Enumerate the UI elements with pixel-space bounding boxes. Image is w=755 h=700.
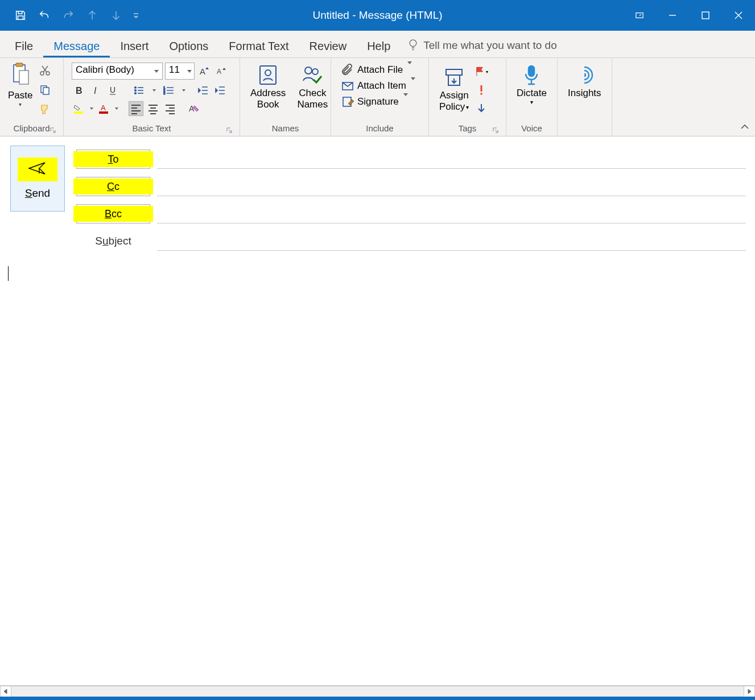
svg-point-33 xyxy=(481,93,483,95)
message-body[interactable] xyxy=(0,255,755,685)
tab-file[interactable]: File xyxy=(5,34,43,57)
tab-options[interactable]: Options xyxy=(159,34,218,57)
increase-indent-icon[interactable] xyxy=(213,83,228,98)
align-center-icon[interactable] xyxy=(146,101,160,116)
scroll-right-icon[interactable] xyxy=(744,686,755,697)
minimize-icon[interactable] xyxy=(656,0,689,31)
subject-input[interactable] xyxy=(157,231,746,251)
qat-customize-dropdown[interactable] xyxy=(132,11,140,19)
svg-rect-34 xyxy=(529,66,534,76)
address-book-icon xyxy=(257,63,279,88)
svg-point-16 xyxy=(135,90,137,92)
low-importance-icon[interactable] xyxy=(475,101,488,115)
bold-icon[interactable]: B xyxy=(72,83,86,98)
next-item-icon[interactable] xyxy=(108,7,124,23)
numbering-icon[interactable]: 123 xyxy=(159,83,179,98)
paste-button[interactable]: Paste ▾ xyxy=(5,60,36,107)
scroll-left-icon[interactable] xyxy=(0,686,11,697)
high-importance-icon[interactable] xyxy=(475,83,488,97)
tags-dialog-launcher[interactable] xyxy=(492,126,499,132)
bcc-button[interactable]: Bcc xyxy=(76,204,150,223)
tab-insert[interactable]: Insert xyxy=(110,34,159,57)
group-voice: Dictate ▾ Voice xyxy=(506,58,558,136)
shrink-font-icon[interactable]: A xyxy=(214,64,229,78)
redo-icon[interactable] xyxy=(60,7,76,23)
assign-policy-icon xyxy=(443,65,465,90)
align-left-icon[interactable] xyxy=(129,101,143,116)
tab-message[interactable]: Message xyxy=(43,34,110,57)
bullets-dropdown[interactable] xyxy=(151,89,157,92)
paperclip-icon xyxy=(341,64,354,76)
scroll-track[interactable] xyxy=(11,686,744,697)
dictate-button[interactable]: Dictate ▾ xyxy=(511,60,552,108)
decrease-indent-icon[interactable] xyxy=(196,83,211,98)
to-button[interactable]: To xyxy=(76,150,150,169)
highlight-color-dropdown[interactable] xyxy=(89,107,94,110)
address-book-label1: Address xyxy=(250,88,286,99)
grow-font-icon[interactable]: A xyxy=(197,64,212,78)
font-size-select[interactable]: 11 xyxy=(165,63,195,80)
svg-text:I: I xyxy=(94,86,97,96)
underline-icon[interactable]: U xyxy=(106,83,121,98)
group-include: Attach File Attach Item Signature Includ… xyxy=(331,58,429,136)
group-basic-text: Calibri (Body) 11 A A B I U 123 xyxy=(64,58,240,136)
svg-rect-5 xyxy=(19,71,28,84)
svg-text:A: A xyxy=(101,103,106,112)
font-color-dropdown[interactable] xyxy=(114,107,119,110)
assign-policy-button[interactable]: Assign Policy▾ xyxy=(437,63,471,115)
address-book-button[interactable]: Address Book xyxy=(245,60,291,113)
follow-up-flag-icon[interactable]: ▾ xyxy=(475,65,488,78)
title-bar: Untitled - Message (HTML) xyxy=(0,0,755,31)
window-title: Untitled - Message (HTML) xyxy=(312,9,442,22)
assign-policy-label1: Assign xyxy=(440,90,469,101)
maximize-icon[interactable] xyxy=(689,0,722,31)
bcc-input[interactable] xyxy=(157,204,746,223)
clipboard-dialog-launcher[interactable] xyxy=(49,126,56,132)
svg-rect-23 xyxy=(99,111,108,114)
tab-format-text[interactable]: Format Text xyxy=(218,34,299,57)
ribbon-display-icon[interactable] xyxy=(623,0,656,31)
insights-icon xyxy=(573,63,596,88)
italic-icon[interactable]: I xyxy=(89,83,104,98)
attach-file-button[interactable]: Attach File xyxy=(341,64,412,76)
cc-input[interactable] xyxy=(157,177,746,196)
attach-item-button[interactable]: Attach Item xyxy=(341,80,415,92)
numbering-dropdown[interactable] xyxy=(181,89,187,92)
horizontal-scrollbar[interactable] xyxy=(0,685,755,697)
font-color-icon[interactable]: A xyxy=(97,101,112,116)
send-button[interactable]: Send xyxy=(10,146,65,212)
font-family-select[interactable]: Calibri (Body) xyxy=(72,63,163,80)
tell-me-search[interactable]: Tell me what you want to do xyxy=(401,38,563,57)
cut-icon[interactable] xyxy=(38,64,52,77)
close-icon[interactable] xyxy=(722,0,755,31)
highlight-color-icon[interactable] xyxy=(72,101,86,116)
subject-label: Subject xyxy=(76,235,150,247)
previous-item-icon[interactable] xyxy=(84,7,100,23)
bullets-icon[interactable] xyxy=(130,83,149,98)
collapse-ribbon-icon[interactable] xyxy=(740,122,749,132)
group-clipboard-label: Clipboard xyxy=(13,123,49,133)
undo-icon[interactable] xyxy=(36,7,52,23)
check-names-label2: Names xyxy=(297,99,328,110)
font-family-value: Calibri (Body) xyxy=(76,64,134,75)
tab-review[interactable]: Review xyxy=(299,34,357,57)
svg-text:A: A xyxy=(217,68,221,76)
save-icon[interactable] xyxy=(13,7,28,23)
paste-icon xyxy=(10,63,31,89)
clear-formatting-icon[interactable]: A xyxy=(187,101,201,116)
tab-help[interactable]: Help xyxy=(357,34,401,57)
to-input[interactable] xyxy=(157,150,746,169)
group-voice-label: Voice xyxy=(521,123,542,133)
format-painter-icon[interactable] xyxy=(38,102,52,116)
copy-icon[interactable] xyxy=(38,83,52,97)
cc-button[interactable]: Cc xyxy=(76,177,150,196)
basic-text-dialog-launcher[interactable] xyxy=(226,126,233,132)
svg-text:B: B xyxy=(76,86,82,96)
font-size-value: 11 xyxy=(169,64,180,75)
check-names-button[interactable]: Check Names xyxy=(291,60,333,113)
svg-point-28 xyxy=(312,69,318,74)
signature-button[interactable]: Signature xyxy=(341,96,408,108)
align-right-icon[interactable] xyxy=(163,101,178,116)
insights-button[interactable]: Insights xyxy=(562,60,607,101)
dictate-label: Dictate xyxy=(517,88,547,99)
